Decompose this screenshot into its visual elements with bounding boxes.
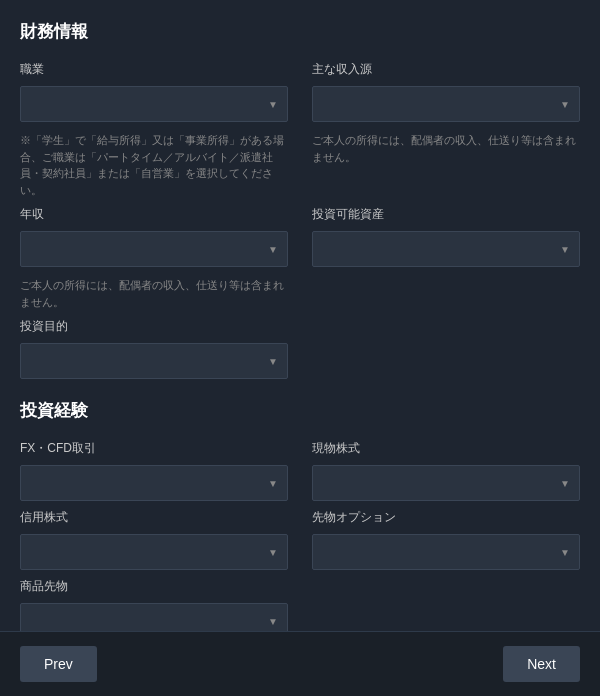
main-income-group: 主な収入源 ▼ ご本人の所得には、配偶者の収入、仕送り等は含まれません。 [312,61,580,198]
occupation-select-wrapper: ▼ [20,86,288,122]
margin-stocks-select[interactable] [20,534,288,570]
fx-cfd-group: FX・CFD取引 ▼ [20,440,288,501]
investable-assets-group: 投資可能資産 ▼ [312,206,580,310]
fx-cfd-select-wrapper: ▼ [20,465,288,501]
investment-purpose-group: 投資目的 ▼ [20,318,580,379]
margin-stocks-group: 信用株式 ▼ [20,509,288,570]
futures-options-select[interactable] [312,534,580,570]
investable-assets-select[interactable] [312,231,580,267]
margin-stocks-label: 信用株式 [20,509,288,526]
main-income-note: ご本人の所得には、配偶者の収入、仕送り等は含まれません。 [312,132,580,165]
annual-income-label: 年収 [20,206,288,223]
investable-assets-select-wrapper: ▼ [312,231,580,267]
commodities-label: 商品先物 [20,578,288,595]
investment-purpose-select-wrapper: ▼ [20,343,288,379]
spot-stocks-select-wrapper: ▼ [312,465,580,501]
futures-options-label: 先物オプション [312,509,580,526]
footer-bar: Prev Next [0,631,600,696]
annual-income-select-wrapper: ▼ [20,231,288,267]
margin-stocks-select-wrapper: ▼ [20,534,288,570]
occupation-label: 職業 [20,61,288,78]
annual-income-select[interactable] [20,231,288,267]
prev-button[interactable]: Prev [20,646,97,682]
futures-options-select-wrapper: ▼ [312,534,580,570]
commodities-group: 商品先物 ▼ [20,578,288,639]
investable-assets-label: 投資可能資産 [312,206,580,223]
investment-purpose-select[interactable] [20,343,288,379]
main-income-select-wrapper: ▼ [312,86,580,122]
main-income-select[interactable] [312,86,580,122]
section-title-financial: 財務情報 [20,20,580,43]
spot-stocks-group: 現物株式 ▼ [312,440,580,501]
main-income-label: 主な収入源 [312,61,580,78]
section-title-experience: 投資経験 [20,399,580,422]
spot-stocks-label: 現物株式 [312,440,580,457]
annual-income-group: 年収 ▼ ご本人の所得には、配偶者の収入、仕送り等は含まれません。 [20,206,288,310]
spot-stocks-select[interactable] [312,465,580,501]
occupation-group: 職業 ▼ ※「学生」で「給与所得」又は「事業所得」がある場合、ご職業は「パートタ… [20,61,288,198]
occupation-note: ※「学生」で「給与所得」又は「事業所得」がある場合、ご職業は「パートタイム／アル… [20,132,288,198]
fx-cfd-select[interactable] [20,465,288,501]
fx-cfd-label: FX・CFD取引 [20,440,288,457]
futures-options-group: 先物オプション ▼ [312,509,580,570]
annual-income-note: ご本人の所得には、配偶者の収入、仕送り等は含まれません。 [20,277,288,310]
occupation-select[interactable] [20,86,288,122]
next-button[interactable]: Next [503,646,580,682]
investment-purpose-label: 投資目的 [20,318,580,335]
